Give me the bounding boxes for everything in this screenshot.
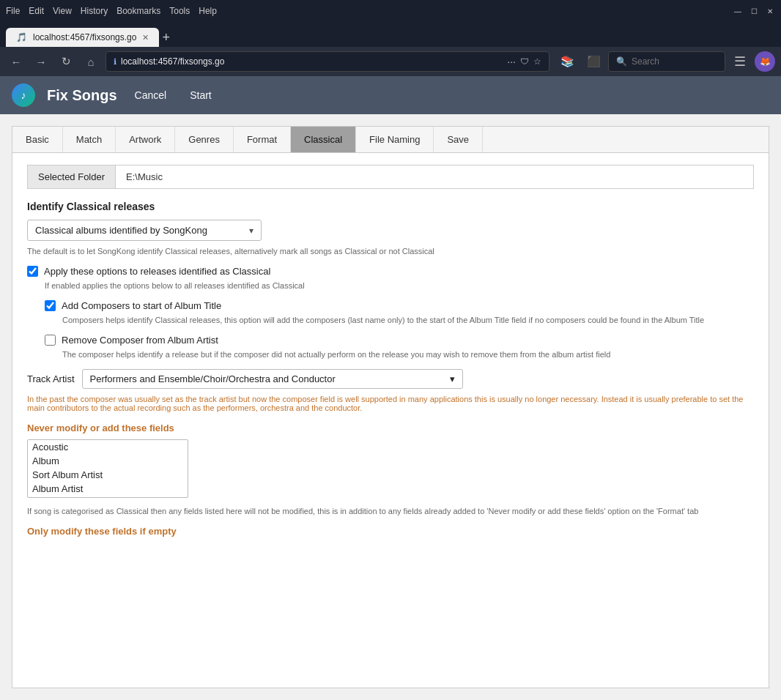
menu-edit[interactable]: Edit bbox=[29, 6, 44, 16]
list-item[interactable]: Album bbox=[28, 454, 188, 468]
add-composers-checkbox[interactable] bbox=[45, 300, 56, 311]
active-tab[interactable]: 🎵 localhost:4567/fixsongs.go ✕ bbox=[6, 28, 159, 47]
tab-bar-app: BasicMatchArtworkGenresFormatClassicalFi… bbox=[12, 127, 769, 153]
tab-file-naming[interactable]: File Naming bbox=[356, 127, 434, 152]
list-item[interactable]: Sort Album Artist bbox=[28, 468, 188, 482]
never-modify-footer: If song is categorised as Classical then… bbox=[27, 507, 754, 515]
tab-bar: 🎵 localhost:4567/fixsongs.go ✕ + bbox=[0, 22, 781, 47]
add-composers-hint: Composers helps identify Classical relea… bbox=[27, 316, 754, 324]
track-artist-value: Performers and Ensemble/Choir/Orchestra … bbox=[90, 373, 336, 384]
identify-heading: Identify Classical releases bbox=[27, 201, 754, 212]
close-button[interactable]: ✕ bbox=[765, 6, 775, 16]
main-content: BasicMatchArtworkGenresFormatClassicalFi… bbox=[12, 126, 769, 688]
menu-bookmarks[interactable]: Bookmarks bbox=[116, 6, 160, 16]
remove-composer-row: Remove Composer from Album Artist bbox=[27, 335, 754, 346]
menu-history[interactable]: History bbox=[81, 6, 108, 16]
apply-classical-checkbox[interactable] bbox=[27, 266, 38, 277]
add-composers-label: Add Composers to start of Album Title bbox=[62, 300, 221, 311]
menu-view[interactable]: View bbox=[53, 6, 72, 16]
app-title: Fix Songs bbox=[47, 87, 117, 104]
bookmark-icon: ☆ bbox=[533, 56, 541, 67]
only-modify-heading: Only modify these fields if empty bbox=[27, 526, 754, 537]
selected-folder-value: E:\Music bbox=[116, 165, 753, 188]
search-input[interactable] bbox=[632, 56, 717, 67]
tab-save[interactable]: Save bbox=[434, 127, 483, 152]
tab-favicon: 🎵 bbox=[16, 32, 27, 42]
never-modify-listbox[interactable]: AcousticAlbumSort Album ArtistAlbum Arti… bbox=[27, 439, 188, 498]
add-composers-row: Add Composers to start of Album Title bbox=[27, 300, 754, 311]
address-bar[interactable]: ℹ localhost:4567/fixsongs.go ··· 🛡 ☆ bbox=[106, 51, 549, 72]
identify-dropdown-value: Classical albums identified by SongKong bbox=[35, 225, 207, 236]
track-artist-row: Track Artist Performers and Ensemble/Cho… bbox=[27, 369, 754, 389]
reload-button[interactable]: ↻ bbox=[56, 51, 76, 72]
menu-tools[interactable]: Tools bbox=[169, 6, 190, 16]
tab-match[interactable]: Match bbox=[63, 127, 116, 152]
browser-titlebar: File Edit View History Bookmarks Tools H… bbox=[0, 0, 781, 22]
menu-file[interactable]: File bbox=[6, 6, 20, 16]
library-icon[interactable]: 📚 bbox=[557, 51, 577, 72]
apply-classical-hint: If enabled applies the options below to … bbox=[27, 281, 754, 290]
remove-composer-hint: The composer helps identify a release bu… bbox=[27, 350, 754, 359]
menu-bar: File Edit View History Bookmarks Tools H… bbox=[6, 6, 217, 16]
track-artist-arrow: ▾ bbox=[450, 373, 455, 384]
new-tab-button[interactable]: + bbox=[162, 30, 170, 45]
remove-composer-label: Remove Composer from Album Artist bbox=[62, 335, 218, 346]
identify-dropdown-arrow: ▾ bbox=[249, 226, 253, 236]
identify-dropdown[interactable]: Classical albums identified by SongKong … bbox=[27, 220, 262, 241]
search-bar[interactable]: 🔍 bbox=[608, 51, 725, 72]
apply-classical-row: Apply these options to releases identifi… bbox=[27, 266, 754, 277]
start-button[interactable]: Start bbox=[184, 86, 218, 104]
track-artist-dropdown[interactable]: Performers and Ensemble/Choir/Orchestra … bbox=[82, 369, 463, 389]
secure-icon: ℹ bbox=[114, 57, 116, 67]
app-header: ♪ Fix Songs Cancel Start bbox=[0, 76, 781, 114]
identify-hint: The default is to let SongKong identify … bbox=[27, 247, 754, 256]
tab-artwork[interactable]: Artwork bbox=[116, 127, 175, 152]
shield-icon: 🛡 bbox=[520, 56, 529, 67]
selected-folder-label: Selected Folder bbox=[28, 165, 116, 188]
window-controls: — ☐ ✕ bbox=[733, 6, 775, 16]
apply-classical-label: Apply these options to releases identifi… bbox=[44, 266, 270, 277]
remove-composer-checkbox[interactable] bbox=[45, 335, 56, 346]
address-more-icon: ··· bbox=[507, 56, 516, 67]
cancel-button[interactable]: Cancel bbox=[129, 86, 173, 104]
browser-toolbar: ← → ↻ ⌂ ℹ localhost:4567/fixsongs.go ···… bbox=[0, 47, 781, 76]
maximize-button[interactable]: ☐ bbox=[749, 6, 759, 16]
profile-icon[interactable]: 🦊 bbox=[755, 51, 775, 72]
track-artist-info: In the past the composer was usually set… bbox=[27, 395, 754, 412]
menu-help[interactable]: Help bbox=[199, 6, 217, 16]
selected-folder-row: Selected Folder E:\Music bbox=[27, 165, 754, 189]
sidebar-icon[interactable]: ⬛ bbox=[583, 51, 604, 72]
minimize-button[interactable]: — bbox=[733, 6, 743, 16]
forward-button[interactable]: → bbox=[31, 51, 51, 72]
toolbar-extras: 📚 ⬛ bbox=[557, 51, 604, 72]
track-artist-label: Track Artist bbox=[27, 373, 75, 384]
tab-basic[interactable]: Basic bbox=[12, 127, 63, 152]
list-item[interactable]: Album Artist bbox=[28, 482, 188, 496]
search-icon: 🔍 bbox=[616, 56, 627, 67]
app-logo: ♪ bbox=[12, 83, 35, 107]
tab-format[interactable]: Format bbox=[234, 127, 291, 152]
tab-classical[interactable]: Classical bbox=[291, 127, 356, 152]
list-item[interactable]: Acoustic bbox=[28, 440, 188, 454]
address-url: localhost:4567/fixsongs.go bbox=[121, 56, 503, 67]
browser-menu-button[interactable]: ☰ bbox=[730, 53, 750, 70]
tab-title: localhost:4567/fixsongs.go bbox=[33, 32, 136, 42]
back-button[interactable]: ← bbox=[6, 51, 26, 72]
never-modify-heading: Never modify or add these fields bbox=[27, 422, 754, 433]
content-area: Selected Folder E:\Music Identify Classi… bbox=[12, 153, 769, 548]
tab-close-button[interactable]: ✕ bbox=[142, 33, 149, 42]
home-button[interactable]: ⌂ bbox=[81, 51, 101, 72]
tab-genres[interactable]: Genres bbox=[175, 127, 234, 152]
